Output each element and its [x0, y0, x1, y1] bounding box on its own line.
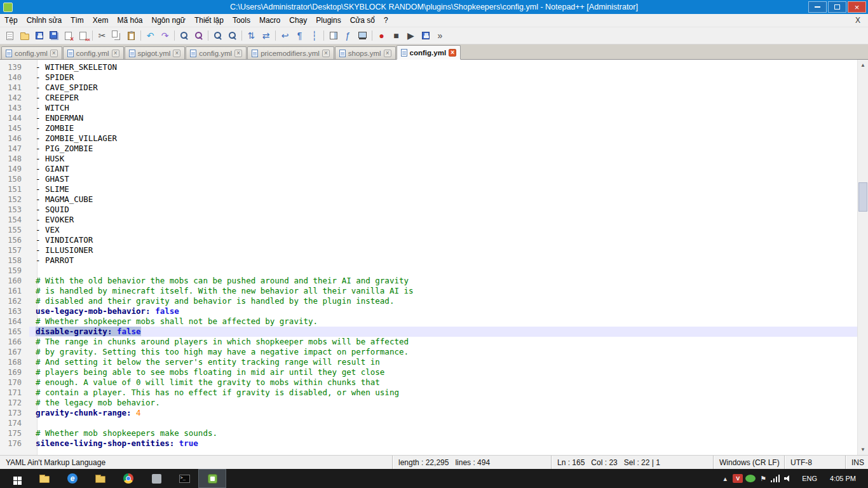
toolbar-save-all-button[interactable] — [46, 29, 61, 43]
line-number-161[interactable]: 161 — [0, 286, 29, 296]
vmware-tray-icon[interactable]: V — [733, 474, 743, 483]
line-number-165[interactable]: 165 — [0, 327, 29, 337]
tab-close-button[interactable]: × — [384, 50, 391, 57]
line-number-147[interactable]: 147 — [0, 144, 29, 154]
toolbar-monitoring-button[interactable] — [355, 29, 370, 43]
toolbar-copy-button[interactable] — [109, 29, 124, 43]
line-number-176[interactable]: 176 — [0, 438, 29, 449]
toolbar-indent-guide-button[interactable]: ┆ — [307, 29, 322, 43]
editor-line-152[interactable]: 152- MAGMA_CUBE — [0, 194, 857, 205]
line-number-174[interactable]: 174 — [0, 418, 29, 428]
line-number-150[interactable]: 150 — [0, 174, 29, 184]
toolbar-new-file-button[interactable] — [3, 29, 17, 43]
file-explorer-button[interactable] — [31, 469, 58, 488]
tab-close-button[interactable]: × — [322, 50, 330, 57]
tab-1-config.yml[interactable]: config.yml× — [1, 46, 62, 59]
tab-4-config.yml[interactable]: config.yml× — [186, 46, 247, 59]
line-number-157[interactable]: 157 — [0, 245, 29, 255]
menu-item-ch-y[interactable]: Chạy — [285, 15, 311, 26]
editor-line-168[interactable]: 168# And setting it below the server's e… — [0, 357, 857, 367]
menu-close-x[interactable]: X — [848, 16, 868, 25]
editor-line-170[interactable]: 170# enough. A value of 0 will limit the… — [0, 377, 857, 388]
line-number-148[interactable]: 148 — [0, 154, 29, 164]
editor-line-143[interactable]: 143- WITCH — [0, 103, 857, 113]
start-button[interactable] — [0, 469, 31, 488]
line-number-155[interactable]: 155 — [0, 225, 29, 235]
toolbar-paste-button[interactable] — [124, 29, 139, 43]
editor-line-144[interactable]: 144- ENDERMAN — [0, 113, 857, 123]
line-number-169[interactable]: 169 — [0, 367, 29, 377]
line-number-170[interactable]: 170 — [0, 377, 29, 388]
editor-line-151[interactable]: 151- SLIME — [0, 184, 857, 194]
editor-line-153[interactable]: 153- SQUID — [0, 205, 857, 215]
toolbar-save-macro-button[interactable] — [418, 29, 433, 43]
tab-close-button[interactable]: × — [234, 50, 242, 57]
line-number-168[interactable]: 168 — [0, 357, 29, 367]
toolbar-run-macro-multiple-button[interactable]: » — [433, 29, 447, 43]
line-number-142[interactable]: 142 — [0, 93, 29, 103]
toolbar-save-button[interactable] — [32, 29, 46, 43]
line-number-172[interactable]: 172 — [0, 398, 29, 408]
chrome-button[interactable] — [114, 469, 142, 488]
toolbar-word-wrap-button[interactable]: ↩ — [278, 29, 292, 43]
toolbar-redo-button[interactable]: ↷ — [158, 29, 172, 43]
menu-item-?[interactable]: ? — [379, 15, 393, 26]
editor-line-174[interactable]: 174 — [0, 418, 857, 428]
menu-item-ch-nh-s-a[interactable]: Chỉnh sửa — [22, 15, 66, 26]
tab-3-spigot.yml[interactable]: spigot.yml× — [125, 46, 186, 59]
scroll-down-arrow[interactable]: ▼ — [858, 444, 868, 455]
line-number-156[interactable]: 156 — [0, 235, 29, 245]
line-number-153[interactable]: 153 — [0, 205, 29, 215]
tab-close-button[interactable]: × — [173, 50, 180, 57]
action-center-icon[interactable]: ⚑ — [758, 473, 768, 484]
editor-line-157[interactable]: 157- ILLUSIONER — [0, 245, 857, 255]
status-insert-mode[interactable]: INS — [845, 456, 868, 469]
line-number-167[interactable]: 167 — [0, 347, 29, 357]
line-number-171[interactable]: 171 — [0, 388, 29, 398]
editor-line-142[interactable]: 142- CREEPER — [0, 93, 857, 103]
minimize-button[interactable] — [808, 1, 827, 13]
network-tray-icon[interactable] — [771, 475, 781, 482]
editor-line-176[interactable]: 176silence-living-shop-entities: true — [0, 438, 857, 449]
editor-line-149[interactable]: 149- GIANT — [0, 164, 857, 174]
editor-line-148[interactable]: 148- HUSK — [0, 154, 857, 164]
editor-line-147[interactable]: 147- PIG_ZOMBIE — [0, 144, 857, 154]
line-number-143[interactable]: 143 — [0, 103, 29, 113]
line-number-164[interactable]: 164 — [0, 316, 29, 327]
editor-line-172[interactable]: 172# the legacy mob behavior. — [0, 398, 857, 408]
editor-line-155[interactable]: 155- VEX — [0, 225, 857, 235]
editor-line-164[interactable]: 164# Whether shopkeeper mobs shall not b… — [0, 316, 857, 327]
line-number-139[interactable]: 139 — [0, 62, 29, 72]
toolbar-open-file-button[interactable] — [17, 29, 32, 43]
toolbar-function-list-button[interactable]: ƒ — [341, 29, 355, 43]
menu-item-t-m[interactable]: Tìm — [66, 15, 88, 26]
editor-line-156[interactable]: 156- VINDICATOR — [0, 235, 857, 245]
editor-line-154[interactable]: 154- EVOKER — [0, 215, 857, 225]
line-number-140[interactable]: 140 — [0, 72, 29, 83]
menu-item-c-a-s-[interactable]: Cửa sổ — [346, 15, 379, 26]
menu-item-macro[interactable]: Macro — [255, 15, 285, 26]
tab-close-button[interactable]: × — [449, 49, 456, 57]
scroll-thumb[interactable] — [858, 182, 867, 212]
editor-line-167[interactable]: 167# by gravity. Setting this too high m… — [0, 347, 857, 357]
editor-line-162[interactable]: 162# disabled and their gravity and beha… — [0, 296, 857, 306]
line-number-154[interactable]: 154 — [0, 215, 29, 225]
line-number-160[interactable]: 160 — [0, 276, 29, 286]
notepadpp-taskbar-button[interactable] — [198, 469, 226, 488]
menu-item-xem[interactable]: Xem — [88, 15, 113, 26]
clock[interactable]: 4:05 PM — [824, 475, 862, 482]
editor-line-146[interactable]: 146- ZOMBIE_VILLAGER — [0, 133, 857, 144]
toolbar-playback-macro-button[interactable]: ▶ — [403, 29, 418, 43]
line-number-152[interactable]: 152 — [0, 194, 29, 205]
scroll-up-arrow[interactable]: ▲ — [858, 60, 868, 71]
app-button-gray[interactable] — [142, 469, 170, 488]
line-number-175[interactable]: 175 — [0, 428, 29, 438]
volume-tray-icon[interactable] — [783, 475, 794, 482]
toolbar-document-map-button[interactable] — [326, 29, 341, 43]
line-number-141[interactable]: 141 — [0, 83, 29, 93]
scroll-track[interactable] — [858, 71, 868, 444]
editor-line-173[interactable]: 173gravity-chunk-range: 4 — [0, 408, 857, 418]
editor-line-140[interactable]: 140- SPIDER — [0, 72, 857, 83]
line-number-145[interactable]: 145 — [0, 123, 29, 133]
menu-item-m-h-a[interactable]: Mã hóa — [112, 15, 147, 26]
